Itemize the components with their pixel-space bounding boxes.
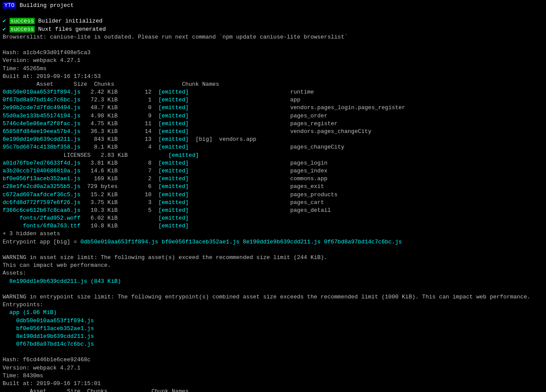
asset-row-4: 5746c4e5e86eaf2f8fac.js 4.75 KiB 11 [emi… (3, 120, 543, 128)
asset-row-12: c672ad607aafdcef36c5.js 15.2 KiB 10 [emi… (3, 191, 543, 199)
tag-label: YTO (3, 2, 16, 9)
warning2-file2: bf0e056f13aceb352ae1.js (3, 325, 543, 333)
asset-row-7: 95c7bd6674c4138bf358.js 8.1 KiB 4 [emitt… (3, 143, 543, 151)
table-header2: Asset Size Chunks Chunk Names (3, 388, 543, 392)
warning2-file3: 8e190dd1e9b639cdd211.js (3, 333, 543, 340)
built2: Built at: 2019-09-16 17:15:01 (3, 380, 543, 388)
time1: Time: 45265ms (3, 65, 543, 73)
hash2: Hash: f6cd446b1e6cee92468c (3, 356, 543, 364)
asset-row-11: c28e1fe2cd0a2a3255b5.js 729 bytes 6 [emi… (3, 183, 543, 191)
warning1-body1: This can impact web performance. (3, 262, 543, 269)
header-text: Building project (16, 2, 74, 9)
asset-row-2: 2e90b2cde7d7fdc49494.js 48.7 KiB 0 [emit… (3, 104, 543, 112)
asset-row-0: 0db50e010aa653f1f894.js 2.42 KiB 12 [emi… (3, 88, 543, 96)
hidden-assets: + 3 hidden assets (3, 230, 543, 238)
warning1-title: WARNING in asset size limit: The followi… (3, 254, 543, 262)
warning2-file1: 0db50e010aa653f1f894.js (3, 317, 543, 325)
warning2-title: WARNING in entrypoint size limit: The fo… (3, 293, 543, 301)
asset-row-8: a01d76fbe7ed76633f4d.js 3.81 KiB 8 [emit… (3, 159, 543, 167)
browserslist-warning: Browserslist: caniuse-lite is outdated. … (3, 33, 543, 41)
asset-row-licenses: LICENSES 2.83 KiB [emitted] (3, 152, 543, 159)
asset-row-font2: fonts/6f0a763.ttf 10.8 KiB [emitted] (3, 222, 543, 230)
warning2-body2: app (1.06 MiB) (3, 309, 543, 317)
asset-row-10: bf0e056f13aceb352ae1.js 169 KiB 2 [emitt… (3, 175, 543, 183)
warning1-body2: Assets: (3, 269, 543, 277)
asset-row-13: dc6fd8d772f7597e6f26.js 3.75 KiB 3 [emit… (3, 199, 543, 207)
asset-row-9: a3b20ccb71040686810a.js 14.6 KiB 7 [emit… (3, 167, 543, 175)
asset-row-14: f366c6ce612b67c8caa6.js 10.3 KiB 5 [emit… (3, 207, 543, 214)
success-nuxt: ✔ success Nuxt files generated (3, 26, 543, 33)
warning2-file4: 0f67bd8a97bd14c7c6bc.js (3, 340, 543, 348)
table-header: Asset Size Chunks Chunk Names (3, 81, 543, 88)
asset-row-3: 55d0a3e133b455174194.js 4.98 KiB 9 [emit… (3, 112, 543, 120)
asset-row-5: 65858fd84ee19eea57b4.js 36.3 KiB 14 [emi… (3, 128, 543, 136)
time2: Time: 8430ms (3, 372, 543, 380)
version2: Version: webpack 4.27.1 (3, 364, 543, 372)
warning1-asset: 8e190dd1e9b639cdd211.js (843 KiB) (3, 278, 543, 285)
header-line: YTO Building project (3, 2, 543, 10)
asset-row-6: 8e190dd1e9b639cdd211.js 843 KiB 13 [emit… (3, 136, 543, 143)
hash1: Hash: a1cb4c93d01f408e5ca3 (3, 49, 543, 57)
version1: Version: webpack 4.27.1 (3, 57, 543, 65)
built1: Built at: 2019-09-16 17:14:53 (3, 73, 543, 81)
entrypoint1: Entrypoint app [big] = 0db50e010aa653f1f… (3, 238, 543, 246)
terminal-window: YTO Building project ✔ success Builder i… (3, 2, 543, 392)
asset-row-1: 0f67bd8a97bd14c7c6bc.js 72.3 KiB 1 [emit… (3, 96, 543, 104)
success-builder: ✔ success Builder initialized (3, 17, 543, 25)
asset-row-font1: fonts/2fad952.woff 6.02 KiB [emitted] (3, 214, 543, 222)
warning2-body1: Entrypoints: (3, 301, 543, 309)
